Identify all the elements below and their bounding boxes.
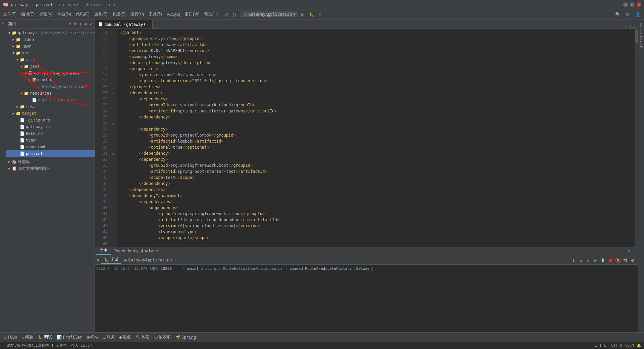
stop-btn[interactable]: ■ <box>317 11 323 17</box>
tree-item-gateway-app[interactable]: ☕ GatewayApplication <box>6 83 95 90</box>
code-editor[interactable]: </parent> <groupId>com.yinfeng</groupId>… <box>117 29 635 247</box>
maximize-btn[interactable]: □ <box>630 2 635 7</box>
sort-btn[interactable]: ↕ <box>78 21 82 27</box>
deps-icon: ⬡ <box>154 335 158 340</box>
close-sidebar-btn[interactable]: ✕ <box>89 21 93 27</box>
left-strip-icon1[interactable]: ≡ <box>2 21 4 25</box>
avatar-btn[interactable]: 👤 <box>633 11 643 17</box>
debug-settings[interactable]: ⚙ <box>629 257 636 263</box>
tree-item-resources[interactable]: ▼ 📁 resources <box>6 90 95 97</box>
locate-file-btn[interactable]: ⊙ <box>68 21 72 27</box>
menu-vcs[interactable]: VCS(S) <box>165 11 182 17</box>
tool-problems[interactable]: ⚠ 问题 <box>20 334 35 341</box>
minimize-btn[interactable]: ─ <box>623 2 628 7</box>
debug-step-into[interactable]: ↘ <box>578 257 584 263</box>
debug-resume[interactable]: ▶ <box>592 257 599 263</box>
run-btn[interactable]: ▶ <box>299 11 307 18</box>
menu-window[interactable]: 窗口(W) <box>183 11 201 18</box>
gutter-21[interactable]: ↺ <box>110 90 117 96</box>
menu-run[interactable]: 运行(U) <box>128 11 146 18</box>
app-run-label: GatewayApplication <box>128 258 172 262</box>
tool-spring[interactable]: 🌱 Spring <box>174 334 197 340</box>
tree-item-src[interactable]: ▼ 📁 src <box>6 50 95 56</box>
debug-icon: 🐛 <box>104 257 109 262</box>
tool-dependencies[interactable]: ⬡ 依赖项 <box>153 334 172 341</box>
toolbar-back[interactable]: ◁ <box>223 11 230 18</box>
tree-item-external-libs[interactable]: ▶ 📚 外部库 <box>6 158 95 165</box>
menu-build[interactable]: 构建(B) <box>110 11 128 18</box>
debug-btn[interactable]: 🐛 <box>307 11 316 17</box>
arrow-main: ▼ <box>15 58 19 62</box>
minus-icon-bottom[interactable]: − <box>634 249 637 253</box>
search-everywhere[interactable]: 🔍 <box>613 11 623 17</box>
log-class: o.s.c.g.r.RouteDefinitionRouteLocator <box>201 266 283 271</box>
tab-close-btn[interactable]: ✕ <box>147 22 149 26</box>
line-col[interactable]: 1:1 <box>595 343 601 348</box>
tree-item-target[interactable]: ▶ 📁 target <box>6 110 95 117</box>
menu-edit[interactable]: 编辑(E) <box>19 11 37 18</box>
menu-view[interactable]: 视图(V) <box>37 11 55 18</box>
charset-utf8[interactable]: UTF-8 <box>611 343 622 348</box>
scrollbar-thumb[interactable] <box>635 30 638 43</box>
tree-item-help-md[interactable]: 📄 HELP.md <box>6 130 95 137</box>
debug-step-over[interactable]: ↓ <box>570 257 577 263</box>
tree-item-main[interactable]: ▼ 📁 main <box>6 56 95 63</box>
tab-text[interactable]: 文本 <box>96 247 111 255</box>
tool-breakpoints[interactable]: ● 运点 <box>118 334 132 341</box>
tree-item-idea[interactable]: ▶ 📁 .idea <box>6 36 95 43</box>
debug-pause[interactable]: ⏸ <box>600 257 606 263</box>
tab-dependency-analyzer[interactable]: Dependency Analyzer <box>111 248 164 254</box>
editor-scrollbar[interactable] <box>635 29 638 247</box>
menu-nav[interactable]: 导航(N) <box>55 11 73 18</box>
menu-file[interactable]: 文件(F) <box>1 11 18 18</box>
tree-item-test[interactable]: ▶ 📁 test <box>6 103 95 110</box>
gutter-26[interactable]: ↺ <box>110 120 117 126</box>
tree-item-mvn[interactable]: ▶ 📁 .mvn <box>6 43 95 50</box>
tool-todo[interactable]: ☑ TODO <box>3 334 18 340</box>
tree-item-mvnw-cmd[interactable]: 📄 mvnw.cmd <box>6 144 95 150</box>
menu-code[interactable]: 代码(C) <box>74 11 92 18</box>
close-debug-tab[interactable]: ✕ <box>175 258 177 262</box>
toolbar-forward[interactable]: ▷ <box>231 11 239 18</box>
debug-tab-main[interactable]: 🐛 调试 <box>101 256 121 264</box>
tree-item-gateway[interactable]: ▼ 📁 gateway C:\Users\admin\Desktop\java\… <box>6 30 95 36</box>
right-strip-maven[interactable]: Maven <box>639 23 643 34</box>
tab-pom-xml[interactable]: 📄 pom.xml (gateway) ✕ <box>95 20 153 29</box>
menu-refactor[interactable]: 重构(B) <box>92 11 110 18</box>
gutter: ↺ ↺ ↺ <box>110 29 117 247</box>
tree-item-gitignore[interactable]: 📄 .gitignore <box>6 117 95 123</box>
debug-mute[interactable]: 🔕 <box>614 257 621 263</box>
menu-help[interactable]: 帮助(H) <box>202 11 220 18</box>
tree-item-config[interactable]: ▶ 📦 config <box>6 77 95 83</box>
tree-item-app-yaml[interactable]: 📄 application.yaml <box>6 97 95 103</box>
code-line-28: <groupId>org.projectlombok</groupId> <box>117 132 635 138</box>
debug-clear[interactable]: 🗑 <box>622 257 629 263</box>
tree-item-java[interactable]: ▼ 📁 java <box>6 63 95 70</box>
gutter-31[interactable]: ↺ <box>110 150 117 156</box>
tree-item-package[interactable]: ▼ 📦 com.yinfeng.gateway <box>6 70 95 77</box>
collapse-all-btn[interactable]: ≡ <box>73 21 77 27</box>
settings-btn[interactable]: ⚙ <box>624 11 632 17</box>
tool-build[interactable]: 🔨 构建 <box>134 334 151 341</box>
gear-icon-bottom[interactable]: ⚙ <box>628 249 630 253</box>
tool-debug[interactable]: 🐛 调试 <box>37 334 53 341</box>
debug-step-out[interactable]: ↗ <box>585 257 592 263</box>
line-numbers: 1112131415 1617181920 2122232425 2627282… <box>95 29 110 247</box>
settings-gear-icon[interactable]: ⚙ <box>84 21 88 27</box>
debug-stop[interactable]: ■ <box>607 257 614 263</box>
run-config-selector[interactable]: ▶ GatewayApplication ▼ <box>242 11 298 17</box>
tool-services[interactable]: ☁ 服务 <box>102 334 116 341</box>
tool-profiler[interactable]: 📊 Profiler <box>55 334 84 340</box>
tree-item-mvnw[interactable]: 📄 mvnw <box>6 137 95 144</box>
tool-terminal[interactable]: ▣ 终端 <box>86 334 100 341</box>
encoding-lf[interactable]: LF <box>604 343 608 348</box>
debug-tab-gatewayapp[interactable]: ▶ GatewayApplication ✕ <box>122 257 179 263</box>
expand-btn[interactable]: ↗ <box>633 24 635 29</box>
tree-item-pom-xml[interactable]: 📄 pom.xml <box>6 150 95 157</box>
right-strip-spring[interactable]: Spring <box>639 36 643 49</box>
close-btn[interactable]: ✕ <box>637 2 641 7</box>
notification-icon[interactable]: 🔔 <box>637 343 641 348</box>
menu-tools[interactable]: 工具(T) <box>147 11 164 18</box>
tree-item-scratch[interactable]: ▶ 📋 临时文件和控制台 <box>6 165 95 172</box>
tree-item-gateway-xml[interactable]: 📄 gateway.xml <box>6 123 95 130</box>
